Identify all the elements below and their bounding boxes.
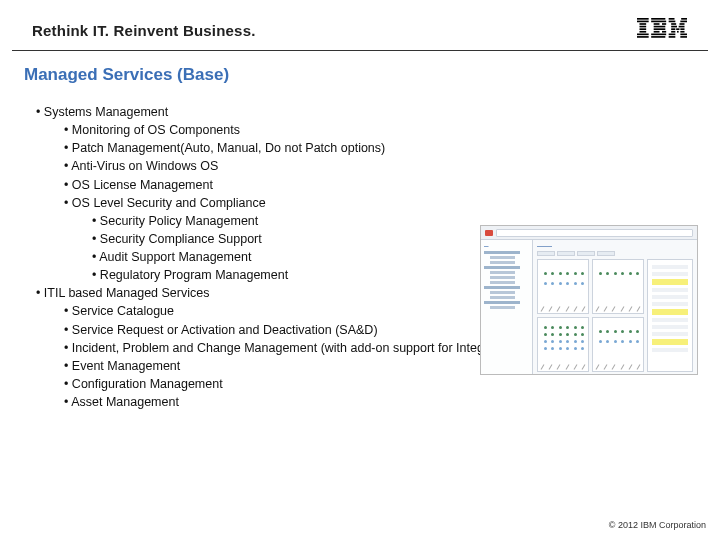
svg-rect-34 bbox=[669, 36, 676, 38]
svg-rect-3 bbox=[640, 26, 647, 28]
list-item: OS License Management bbox=[36, 176, 700, 194]
svg-rect-28 bbox=[680, 28, 684, 30]
list-item: Patch Management(Auto, Manual, Do not Pa… bbox=[36, 139, 700, 157]
svg-rect-11 bbox=[662, 23, 666, 25]
slide-title: Managed Services (Base) bbox=[0, 51, 720, 85]
svg-rect-12 bbox=[654, 26, 666, 28]
svg-rect-2 bbox=[640, 23, 647, 25]
svg-rect-16 bbox=[651, 34, 666, 36]
svg-rect-29 bbox=[671, 31, 675, 33]
svg-rect-1 bbox=[637, 21, 649, 23]
svg-rect-27 bbox=[676, 28, 679, 30]
copyright-footer: © 2012 IBM Corporation bbox=[609, 520, 706, 530]
slide-header: Rethink IT. Reinvent Business. bbox=[12, 0, 708, 51]
list-item: Anti-Virus on Windows OS bbox=[36, 157, 700, 175]
svg-rect-32 bbox=[669, 34, 676, 36]
svg-rect-19 bbox=[681, 18, 687, 20]
svg-rect-7 bbox=[637, 36, 649, 38]
svg-rect-4 bbox=[640, 28, 647, 30]
ibm-logo-icon bbox=[636, 18, 688, 38]
svg-rect-33 bbox=[680, 34, 687, 36]
svg-rect-15 bbox=[662, 31, 666, 33]
svg-rect-21 bbox=[680, 21, 687, 23]
list-item: Configuration Management bbox=[36, 375, 700, 393]
dashboard-thumbnail: — ——— bbox=[480, 225, 698, 375]
svg-rect-22 bbox=[671, 23, 676, 25]
list-item: Asset Management bbox=[36, 393, 700, 411]
svg-rect-0 bbox=[637, 18, 649, 20]
svg-rect-18 bbox=[669, 18, 675, 20]
svg-rect-8 bbox=[651, 18, 665, 20]
svg-rect-35 bbox=[680, 36, 687, 38]
svg-rect-10 bbox=[654, 23, 660, 25]
svg-rect-30 bbox=[677, 31, 679, 33]
svg-rect-14 bbox=[654, 31, 660, 33]
svg-rect-26 bbox=[671, 28, 675, 30]
svg-rect-6 bbox=[637, 34, 649, 36]
svg-rect-17 bbox=[651, 36, 665, 38]
list-item: Systems Management bbox=[36, 103, 700, 121]
svg-rect-13 bbox=[654, 28, 666, 30]
svg-rect-31 bbox=[680, 31, 684, 33]
ibm-logo bbox=[636, 18, 688, 42]
svg-rect-23 bbox=[680, 23, 685, 25]
svg-rect-20 bbox=[669, 21, 676, 23]
tagline: Rethink IT. Reinvent Business. bbox=[32, 22, 256, 39]
list-item: OS Level Security and Compliance bbox=[36, 194, 700, 212]
svg-rect-24 bbox=[671, 26, 677, 28]
svg-rect-9 bbox=[651, 21, 666, 23]
svg-rect-5 bbox=[640, 31, 647, 33]
list-item: Monitoring of OS Components bbox=[36, 121, 700, 139]
svg-rect-25 bbox=[679, 26, 685, 28]
